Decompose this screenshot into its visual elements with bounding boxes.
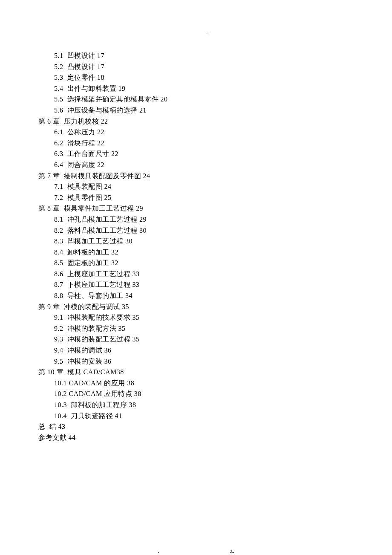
toc-entry: 5.1 凹模设计 17: [38, 50, 354, 61]
toc-entry: 5.6 冲压设备与模柄的选择 21: [38, 105, 354, 116]
toc-entry: 8.8 导柱、导套的加工 34: [38, 290, 354, 301]
toc-entry: 第 9 章 冲模的装配与调试 35: [38, 301, 354, 312]
toc-entry: 8.6 上模座加工工艺过程 33: [38, 269, 354, 280]
footer-right-marker: z.: [230, 546, 234, 555]
toc-entry: 总 结 43: [38, 421, 354, 432]
toc-entry: 7.1 模具装配图 24: [38, 181, 354, 192]
toc-entry: 5.3 定位零件 18: [38, 72, 354, 83]
toc-entry: 第 10 章 模具 CAD/CAM38: [38, 367, 354, 378]
toc-entry: 10.1 CAD/CAM 的应用 38: [38, 378, 354, 389]
toc-entry: 6.2 滑块行程 22: [38, 138, 354, 149]
toc-entry: 6.1 公称压力 22: [38, 127, 354, 138]
toc-entry: 6.3 工作台面尺寸 22: [38, 148, 354, 159]
toc-entry: 5.4 出件与卸料装置 19: [38, 83, 354, 94]
toc-entry: 5.5 选择模架并确定其他模具零件 20: [38, 94, 354, 105]
toc-entry: 6.4 闭合高度 22: [38, 159, 354, 171]
header-marker: -: [208, 29, 210, 38]
toc-entry: 第 8 章 模具零件加工工艺过程 29: [38, 203, 354, 214]
toc-entry: 9.4 冲模的调试 36: [38, 345, 354, 356]
toc-entry: 5.2 凸模设计 17: [38, 61, 354, 72]
toc-entry: 10.3 卸料板的加工程序 38: [38, 399, 354, 410]
toc-entry: 第 7 章 绘制模具装配图及零件图 24: [38, 171, 354, 182]
toc-entry: 10.2 CAD/CAM 应用特点 38: [38, 388, 354, 399]
toc-entry: 7.2 模具零件图 25: [38, 192, 354, 203]
toc-entry: 8.5 固定板的加工 32: [38, 257, 354, 269]
toc-entry: 8.7 下模座加工工艺过程 33: [38, 279, 354, 290]
toc-entry: 第 6 章 压力机校核 22: [38, 116, 354, 127]
toc-entry: 9.2 冲模的装配方法 35: [38, 323, 354, 334]
toc-entry: 8.4 卸料板的加工 32: [38, 247, 354, 258]
toc-entry: 8.1 冲孔凸模加工工艺过程 29: [38, 214, 354, 225]
toc-entry: 8.3 凹模加工工艺过程 30: [38, 236, 354, 247]
footer-left-marker: .: [158, 546, 159, 555]
toc-entry: 10.4 刀具轨迹路径 41: [38, 410, 354, 422]
toc-entry: 9.5 冲模的安装 36: [38, 356, 354, 367]
toc-page: 5.1 凹模设计 175.2 凸模设计 175.3 定位零件 185.4 出件与…: [0, 0, 392, 443]
toc-entry: 参考文献 44: [38, 432, 354, 443]
toc-entry: 9.1 冲模装配的技术要求 35: [38, 312, 354, 323]
toc-entry: 9.3 冲模的装配工艺过程 35: [38, 334, 354, 345]
toc-entry: 8.2 落料凸模加工工艺过程 30: [38, 225, 354, 236]
